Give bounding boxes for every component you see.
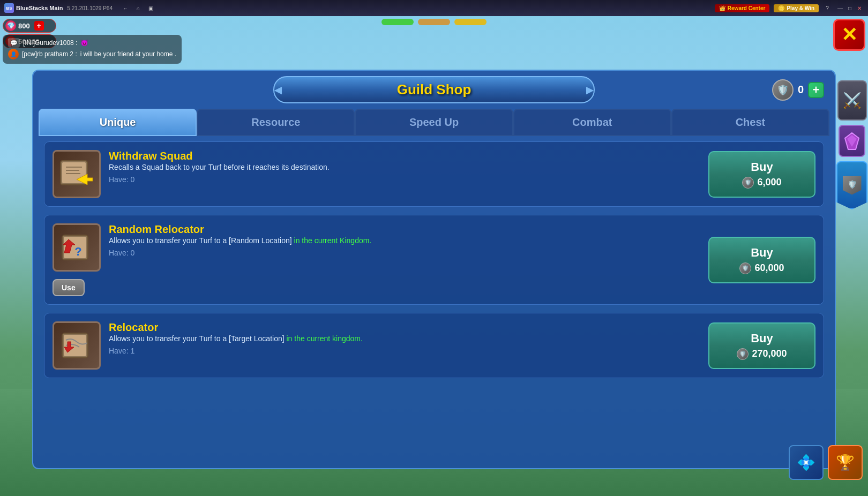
diamond-icon: 💎 <box>5 20 16 31</box>
item-1-have: Have: 0 <box>109 175 700 184</box>
reward-center-label: Reward Center <box>728 5 766 11</box>
currency-icon: 🛡️ <box>772 79 794 101</box>
currency-amount: 0 <box>798 84 804 96</box>
items-container: Withdraw Squad Recalls a Squad back to y… <box>33 141 835 389</box>
item-2-buy-label: Buy <box>751 246 773 260</box>
shop-header: ◄ Guild Shop ► 🛡️ 0 + <box>33 71 835 109</box>
item-3-content: Relocator Allows you to transfer your Tu… <box>53 321 700 370</box>
right-sidebar: ⚔️ 🛡️ <box>836 70 868 209</box>
shop-title-container: ◄ Guild Shop ► <box>273 76 595 103</box>
item-1-name: Withdraw Squad <box>109 150 700 162</box>
chat-emoji-1: 😈 <box>80 39 88 47</box>
item-random-relocator: ? Use Random Relocator Allows you to tra… <box>44 215 824 305</box>
shop-title: Guild Shop <box>397 81 472 98</box>
reward-center-button[interactable]: 👑 Reward Center <box>715 4 770 12</box>
item-3-buy-button[interactable]: Buy 🛡️ 270,000 <box>708 322 815 369</box>
item-3-price-icon: 🛡️ <box>737 348 749 360</box>
item-2-name: Random Relocator <box>109 223 700 236</box>
nav-dot-tan <box>418 19 450 25</box>
chat-text-2: i will be your friend at your home . <box>80 50 176 58</box>
maximize-button[interactable]: □ <box>845 4 854 12</box>
help-button[interactable]: ? <box>823 4 832 12</box>
shop-panel: ◄ Guild Shop ► 🛡️ 0 + Unique Resource Sp… <box>32 70 836 469</box>
svg-text:?: ? <box>74 245 81 258</box>
top-bar-right: 👑 Reward Center 🪙 Play & Win ? — □ ✕ <box>715 4 864 12</box>
item-1-price: 🛡️ 6,000 <box>742 177 781 189</box>
item-3-price: 🛡️ 270,000 <box>737 348 787 360</box>
bottom-action-button-2[interactable]: 🏆 <box>828 445 863 480</box>
item-3-have: Have: 1 <box>109 347 700 355</box>
tab-chest[interactable]: Chest <box>671 109 829 136</box>
nav-dot-gold <box>454 19 487 25</box>
sidebar-gear-button[interactable]: ⚔️ <box>837 80 867 121</box>
window-close-button[interactable]: ✕ <box>855 4 864 12</box>
sidebar-guild-active-button[interactable]: 🛡️ <box>836 161 867 209</box>
top-nav-dots <box>381 19 487 25</box>
item-1-buy-label: Buy <box>751 160 773 174</box>
bluestacks-logo: BS BlueStacks Main <box>4 3 63 13</box>
item-2-desc: Allows you to transfer your Turf to a [R… <box>109 236 700 246</box>
top-bar-left: BS BlueStacks Main 5.21.201.1029 P64 ← ⌂… <box>4 3 155 13</box>
diamond-value: 800 <box>18 22 30 30</box>
item-1-price-icon: 🛡️ <box>742 177 754 189</box>
tab-resource[interactable]: Resource <box>197 109 355 136</box>
item-1-desc: Recalls a Squad back to your Turf before… <box>109 162 700 173</box>
item-3-details: Relocator Allows you to transfer your Tu… <box>109 321 700 355</box>
bottom-action-button-1[interactable]: 💠 <box>789 445 824 480</box>
nav-home-button[interactable]: ⌂ <box>134 4 143 12</box>
item-2-price: 🛡️ 60,000 <box>739 262 784 274</box>
chat-bubble-icon: 💬 <box>8 38 20 48</box>
chat-avatar: 👤 <box>8 49 19 59</box>
item-2-price-value: 60,000 <box>754 262 784 274</box>
item-withdraw-squad: Withdraw Squad Recalls a Squad back to y… <box>44 141 824 207</box>
arrow-left-icon[interactable]: ◄ <box>272 82 285 97</box>
item-relocator: Relocator Allows you to transfer your Tu… <box>44 313 824 378</box>
arrow-right-icon[interactable]: ► <box>583 82 596 97</box>
currency-add-button[interactable]: + <box>808 82 824 98</box>
nav-dot-green <box>381 19 414 25</box>
chat-user-2: [pcw]rb pratham 2 : <box>22 50 77 58</box>
app-name: BlueStacks Main <box>16 5 63 11</box>
item-1-details: Withdraw Squad Recalls a Squad back to y… <box>109 150 700 184</box>
item-2-content: ? Use Random Relocator Allows you to tra… <box>53 223 700 296</box>
bluestacks-icon: BS <box>4 3 14 13</box>
tabs-row: Unique Resource Speed Up Combat Chest <box>33 109 835 136</box>
version-info: 5.21.201.1029 P64 <box>67 5 113 11</box>
nav-back-button[interactable]: ← <box>121 4 130 12</box>
tab-unique[interactable]: Unique <box>39 109 197 136</box>
bottom-right-buttons: 💠 🏆 <box>789 445 863 480</box>
item-3-icon <box>53 321 101 370</box>
item-3-desc: Allows you to transfer your Turf to a [T… <box>109 334 700 344</box>
item-1-content: Withdraw Squad Recalls a Squad back to y… <box>53 150 700 198</box>
add-diamond-button[interactable]: + <box>34 21 44 31</box>
version-text: 5.21.201.1029 P64 <box>67 5 113 11</box>
item-2-use-button[interactable]: Use <box>53 279 85 296</box>
play-win-button[interactable]: 🪙 Play & Win <box>774 4 819 12</box>
item-1-price-value: 6,000 <box>757 177 781 188</box>
item-2-icon: ? <box>53 223 101 272</box>
chat-message-1: 💬 [IN!]Gurudev1008 : 😈 <box>8 38 176 48</box>
top-bar: BS BlueStacks Main 5.21.201.1029 P64 ← ⌂… <box>0 0 868 16</box>
minimize-button[interactable]: — <box>836 4 844 12</box>
tab-speed-up[interactable]: Speed Up <box>355 109 513 136</box>
chat-area: 💬 [IN!]Gurudev1008 : 😈 👤 [pcw]rb pratham… <box>3 35 182 64</box>
item-2-have: Have: 0 <box>109 249 700 257</box>
item-3-name: Relocator <box>109 321 700 334</box>
item-1-buy-button[interactable]: Buy 🛡️ 6,000 <box>708 151 815 198</box>
nav-capture-button[interactable]: ▣ <box>147 4 155 12</box>
item-2-buy-button[interactable]: Buy 🛡️ 60,000 <box>708 237 815 283</box>
sidebar-diamond-button[interactable] <box>839 125 865 157</box>
currency-bar: 🛡️ 0 + <box>772 79 824 101</box>
play-win-label: Play & Win <box>787 5 814 11</box>
window-controls: — □ ✕ <box>836 4 864 12</box>
chat-user-1: [IN!]Gurudev1008 : <box>23 39 77 47</box>
close-button[interactable]: ✕ <box>833 19 865 51</box>
item-2-details: Random Relocator Allows you to transfer … <box>109 223 700 257</box>
item-2-price-icon: 🛡️ <box>739 262 751 274</box>
game-area: 💎 800 + ❤️ 50/120 💬 [IN!]Gurudev1008 : 😈… <box>0 16 868 496</box>
item-1-icon <box>53 150 101 198</box>
tab-combat[interactable]: Combat <box>513 109 671 136</box>
item-3-price-value: 270,000 <box>752 348 787 359</box>
item-2-use-label: Use <box>62 283 76 292</box>
diamond-stat: 💎 800 + <box>3 19 56 33</box>
